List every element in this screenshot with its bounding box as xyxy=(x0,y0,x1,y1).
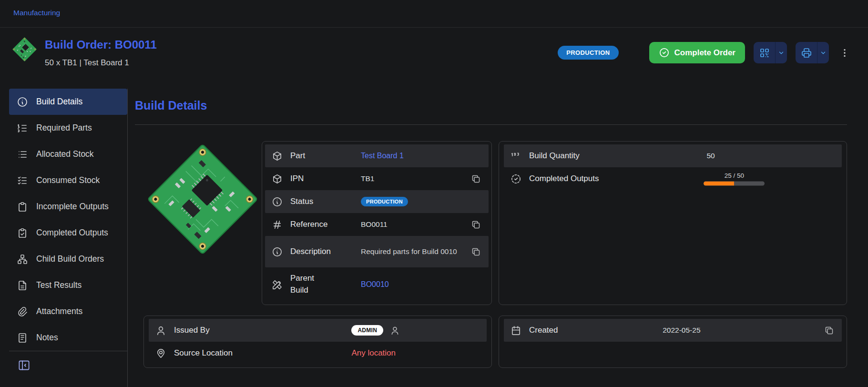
detail-row-part: Part Test Board 1 xyxy=(265,144,489,167)
page-header: Build Order: BO0011 50 x TB1 | Test Boar… xyxy=(0,28,868,89)
info-circle-icon xyxy=(272,196,283,207)
sitemap-icon xyxy=(17,254,28,265)
source-location-row: Source Location Any location xyxy=(149,342,487,365)
barcode-chevron-down-icon[interactable] xyxy=(775,42,787,63)
qr-code-icon[interactable] xyxy=(754,42,775,63)
copy-icon xyxy=(471,247,481,257)
barcode-actions-button[interactable] xyxy=(754,42,787,63)
package-icon xyxy=(272,173,283,184)
status-value-badge: PRODUCTION xyxy=(361,197,408,206)
user-icon xyxy=(155,325,166,336)
hash-icon xyxy=(272,219,283,230)
copy-created-button[interactable] xyxy=(823,325,835,336)
detail-row-parent-build: Parent Build BO0010 xyxy=(265,267,489,302)
completed-outputs-row: Completed Outputs 25 / 50 xyxy=(504,167,842,190)
clipboard-icon xyxy=(17,201,28,213)
file-report-icon xyxy=(17,280,28,291)
copy-icon xyxy=(824,326,834,336)
list-check-icon xyxy=(17,175,28,186)
sidebar-item-incomplete-outputs[interactable]: Incomplete Outputs xyxy=(9,194,127,220)
copy-icon xyxy=(471,220,481,230)
detail-row-status: Status PRODUCTION xyxy=(265,190,489,213)
list-icon xyxy=(17,149,28,160)
page-subtitle: 50 x TB1 | Test Board 1 xyxy=(45,58,157,68)
complete-order-button[interactable]: Complete Order xyxy=(649,42,745,63)
print-chevron-down-icon[interactable] xyxy=(817,42,829,63)
map-pin-icon xyxy=(155,348,166,359)
progress-bar xyxy=(704,182,765,186)
main-content: Build Details Part Te xyxy=(128,89,868,387)
print-actions-button[interactable] xyxy=(796,42,829,63)
breadcrumb: Manufacturing xyxy=(0,0,868,28)
info-circle-icon xyxy=(17,96,28,108)
copy-icon xyxy=(471,174,481,184)
sidebar-item-child-build-orders[interactable]: Child Build Orders xyxy=(9,246,127,272)
issue-panel: Issued By ADMIN Source Location xyxy=(143,316,492,368)
copy-reference-button[interactable] xyxy=(470,219,482,231)
main-heading: Build Details xyxy=(135,99,847,112)
sidebar-item-notes[interactable]: Notes xyxy=(9,325,127,351)
printer-icon[interactable] xyxy=(796,42,817,63)
sidebar-item-allocated-stock[interactable]: Allocated Stock xyxy=(9,141,127,167)
progress-check-icon xyxy=(511,173,521,184)
build-progress-panel: Build Quantity 50 Completed Outputs 25 /… xyxy=(499,141,847,305)
sidebar-item-required-parts[interactable]: Required Parts xyxy=(9,115,127,141)
copy-ipn-button[interactable] xyxy=(470,173,482,185)
notes-icon xyxy=(17,332,28,344)
created-panel: Created 2022-05-25 xyxy=(499,316,847,368)
sidebar-item-completed-outputs[interactable]: Completed Outputs xyxy=(9,220,127,246)
paperclip-icon xyxy=(17,306,28,317)
more-actions-menu-button[interactable] xyxy=(838,46,851,60)
sidebar-item-test-results[interactable]: Test Results xyxy=(9,272,127,298)
progress-label: 25 / 50 xyxy=(725,172,744,179)
build-details-panel: Part Test Board 1 IPN TB1 xyxy=(262,141,492,305)
sidebar-collapse-icon xyxy=(18,359,31,372)
created-value: 2022-05-25 xyxy=(663,326,700,335)
circle-check-icon xyxy=(659,47,670,58)
parent-build-link[interactable]: BO0010 xyxy=(361,280,389,289)
completed-outputs-progress: 25 / 50 xyxy=(703,172,765,186)
detail-row-reference: Reference BO0011 xyxy=(265,213,489,236)
sidebar-item-build-details[interactable]: Build Details xyxy=(9,89,127,115)
status-badge: PRODUCTION xyxy=(558,46,618,60)
detail-row-ipn: IPN TB1 xyxy=(265,167,489,190)
vertical-dots-icon xyxy=(839,48,850,58)
tools-icon xyxy=(272,279,283,290)
part-thumbnail[interactable] xyxy=(11,36,37,62)
created-row: Created 2022-05-25 xyxy=(504,319,842,342)
sidebar-collapse-button[interactable] xyxy=(17,358,31,373)
user-icon xyxy=(390,326,400,336)
part-link[interactable]: Test Board 1 xyxy=(361,152,404,160)
ipn-value: TB1 xyxy=(361,174,462,183)
heading-divider xyxy=(135,124,847,125)
clipboard-check-icon xyxy=(17,227,28,239)
reference-value: BO0011 xyxy=(361,220,462,229)
build-quantity-value: 50 xyxy=(706,152,715,160)
info-circle-icon xyxy=(272,246,283,257)
list-numbers-icon xyxy=(17,122,28,134)
part-image[interactable] xyxy=(147,143,259,255)
breadcrumb-manufacturing-link[interactable]: Manufacturing xyxy=(13,9,60,17)
source-location-value: Any location xyxy=(351,348,396,358)
calendar-icon xyxy=(511,325,521,336)
numbers-123-icon xyxy=(511,151,521,162)
issued-by-badge: ADMIN xyxy=(351,325,383,336)
sidebar-item-attachments[interactable]: Attachments xyxy=(9,298,127,325)
description-value: Required parts for Build 0010 xyxy=(361,246,457,257)
copy-description-button[interactable] xyxy=(470,246,482,258)
page-title: Build Order: BO0011 xyxy=(45,38,157,51)
package-icon xyxy=(272,151,283,162)
sidebar: Build Details Required Parts Allocated S… xyxy=(0,89,128,387)
sidebar-item-consumed-stock[interactable]: Consumed Stock xyxy=(9,167,127,194)
build-quantity-row: Build Quantity 50 xyxy=(504,144,842,167)
detail-row-description: Description Required parts for Build 001… xyxy=(265,236,489,267)
issued-by-row: Issued By ADMIN xyxy=(149,319,487,342)
